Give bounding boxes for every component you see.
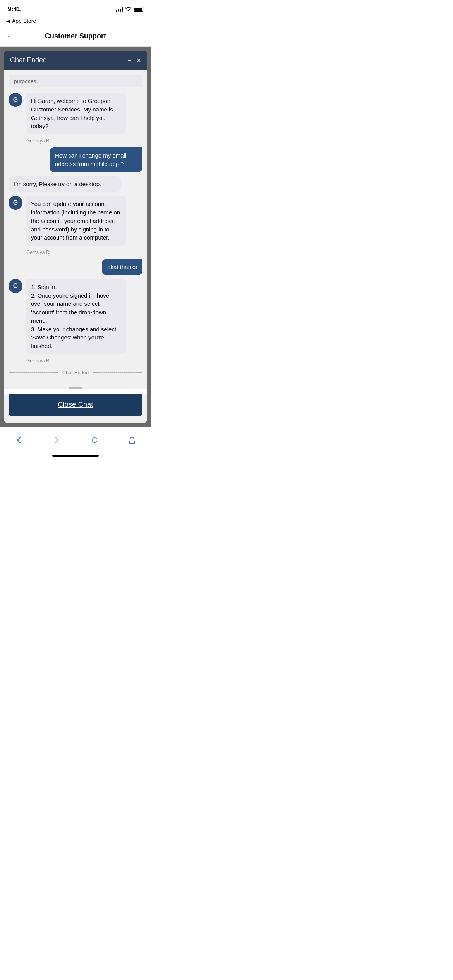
browser-bar: [0, 427, 151, 452]
browser-forward-button[interactable]: [48, 432, 65, 449]
close-chat-button[interactable]: Close Chat: [9, 394, 142, 416]
browser-share-button[interactable]: [124, 432, 141, 449]
list-item: G You can update your account informatio…: [9, 196, 142, 255]
list-item: okat thanks: [9, 259, 142, 275]
wifi-icon: [125, 6, 131, 12]
status-bar: 9:41: [0, 0, 151, 16]
agent-bubble: I'm sorry, Please try on a desktop.: [9, 176, 121, 192]
separator-line: [93, 372, 142, 373]
avatar: G: [9, 93, 22, 107]
avatar: G: [9, 196, 22, 210]
chat-outer: Chat Ended − × purposes. G Hi Sarah, wel…: [0, 47, 151, 427]
app-store-nav: ◀ App Store: [0, 16, 151, 27]
list-item: How can I change my email address from m…: [9, 147, 142, 172]
browser-back-button[interactable]: [10, 432, 27, 449]
minimize-button[interactable]: −: [127, 57, 132, 64]
agent-bubble: You can update your account information …: [26, 196, 126, 246]
list-item: G 1. Sign in. 2. Once you're signed in, …: [9, 279, 142, 363]
agent-bubble: 1. Sign in. 2. Once you're signed in, ho…: [26, 279, 126, 354]
chat-window: Chat Ended − × purposes. G Hi Sarah, wel…: [4, 51, 147, 423]
home-indicator: [0, 452, 151, 459]
agent-bubble: Hi Sarah, welcome to Groupon Customer Se…: [26, 93, 126, 134]
page-header: ← Customer Support: [0, 27, 151, 47]
user-bubble: okat thanks: [102, 259, 142, 275]
drag-handle: [69, 387, 82, 389]
back-button[interactable]: ←: [6, 31, 15, 41]
browser-reload-button[interactable]: [86, 432, 103, 449]
separator-line: [9, 372, 58, 373]
chat-header-controls: − ×: [127, 57, 141, 64]
chat-ended-label: Chat Ended: [62, 370, 89, 375]
chat-body: purposes. G Hi Sarah, welcome to Groupon…: [4, 70, 147, 383]
status-time: 9:41: [8, 5, 21, 13]
status-icons: [116, 6, 143, 12]
agent-name: Gethsiya R: [26, 250, 126, 255]
chevron-left-icon: ◀: [6, 18, 10, 24]
chat-header: Chat Ended − ×: [4, 51, 147, 70]
home-bar: [52, 455, 99, 457]
agent-name: Gethsiya R: [26, 358, 126, 363]
battery-icon: [134, 7, 143, 12]
list-item: G Hi Sarah, welcome to Groupon Customer …: [9, 93, 142, 144]
signal-icon: [116, 7, 123, 12]
agent-name: Gethsiya R: [26, 138, 126, 144]
page-title: Customer Support: [45, 32, 106, 40]
app-store-back[interactable]: ◀ App Store: [6, 18, 36, 24]
chat-header-title: Chat Ended: [10, 56, 47, 64]
list-item: purposes.: [9, 75, 142, 87]
chat-ended-separator: Chat Ended: [9, 367, 142, 378]
avatar: G: [9, 279, 22, 293]
close-button[interactable]: ×: [137, 57, 141, 64]
user-bubble: How can I change my email address from m…: [50, 147, 142, 172]
list-item: I'm sorry, Please try on a desktop.: [9, 176, 142, 192]
